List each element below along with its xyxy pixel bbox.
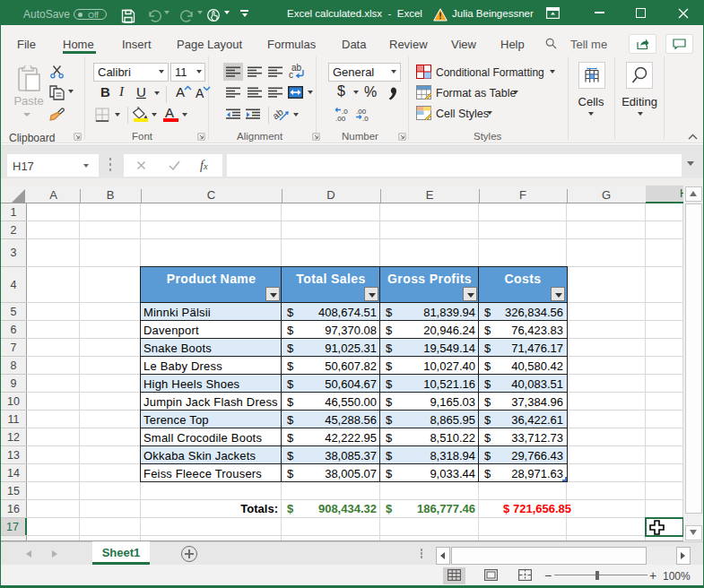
svg-text:c: c <box>289 70 293 80</box>
svg-text:ab: ab <box>274 106 285 121</box>
svg-text:.0: .0 <box>362 115 369 122</box>
svg-text:.00: .00 <box>335 115 346 122</box>
